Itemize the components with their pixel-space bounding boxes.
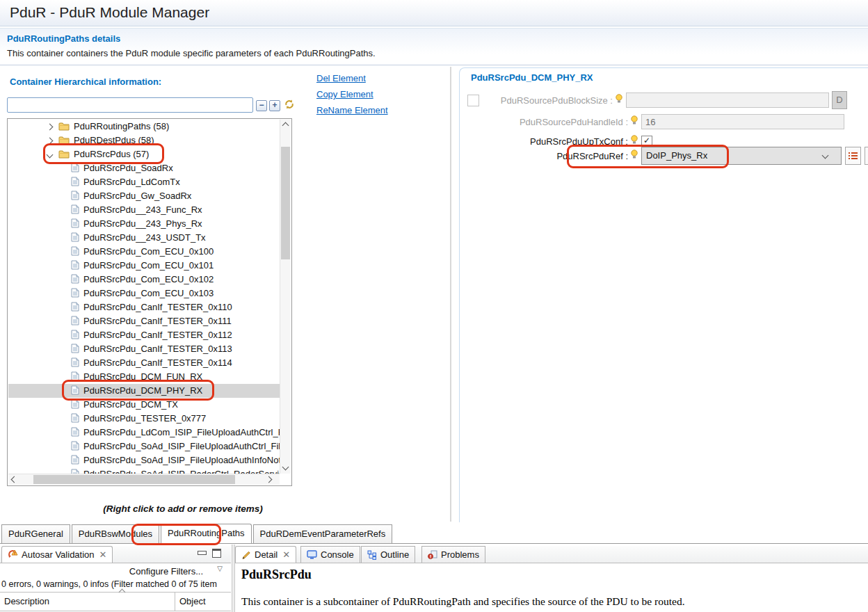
block-size-enable-checkbox[interactable] bbox=[467, 95, 479, 106]
tree-item[interactable]: PduRSrcPdu_SoAd_ISIP_FileUploadAuthCtrl_… bbox=[8, 440, 280, 453]
chevron-down-icon[interactable] bbox=[822, 152, 829, 159]
vertical-scroll-thumb[interactable] bbox=[281, 147, 290, 259]
tab-autosar-validation[interactable]: Autosar Validation ✕ bbox=[1, 546, 113, 563]
add-reference-button[interactable] bbox=[865, 147, 868, 165]
validation-table-header: Description Object bbox=[0, 592, 231, 611]
tree-item-label: PduRDestPdus (58) bbox=[74, 135, 154, 145]
configure-filters-button[interactable]: Configure Filters... bbox=[129, 566, 203, 577]
tree-item[interactable]: PduRDestPdus (58) bbox=[8, 134, 280, 147]
chevron-down-icon[interactable] bbox=[47, 152, 54, 159]
tree-item[interactable]: PduRRoutingPaths (58) bbox=[8, 120, 280, 134]
rename-element-link[interactable]: ReName Element bbox=[316, 105, 388, 115]
tab-pdurroutingpaths[interactable]: PduRRoutingPaths bbox=[161, 524, 252, 543]
tree-item[interactable]: PduRSrcPdu_CanIf_TESTER_0x111 bbox=[8, 314, 280, 328]
tree-item-label: PduRSrcPdu_Com_ECU_0x100 bbox=[83, 246, 214, 257]
tree-horizontal-scrollbar[interactable] bbox=[8, 474, 280, 485]
ref-browse-button[interactable] bbox=[845, 147, 861, 165]
tree-item[interactable]: PduRSrcPdu__243_Func_Rx bbox=[8, 203, 280, 217]
tree-item-label: PduRSrcPdu_DCM_TX bbox=[83, 399, 178, 410]
collapse-all-icon[interactable]: − bbox=[256, 100, 267, 111]
tab-label: Autosar Validation bbox=[22, 549, 95, 560]
del-element-link[interactable]: Del Element bbox=[316, 73, 388, 83]
src-pdu-ref-combobox[interactable]: DoIP_Phys_Rx bbox=[641, 147, 842, 165]
tree-item[interactable]: PduRSrcPdu_DCM_FUN_RX bbox=[8, 370, 280, 384]
tree-item[interactable]: PduRSrcPdu_Com_ECU_0x102 bbox=[8, 273, 280, 287]
tree-item[interactable]: PduRSrcPdu_CanIf_TESTER_0x114 bbox=[8, 356, 280, 370]
close-icon[interactable]: ✕ bbox=[99, 549, 107, 560]
column-description[interactable]: Description bbox=[0, 593, 175, 611]
problems-icon bbox=[428, 550, 437, 560]
horizontal-scroll-thumb[interactable] bbox=[33, 475, 235, 484]
scroll-left-icon[interactable] bbox=[11, 476, 18, 483]
copy-element-link[interactable]: Copy Element bbox=[316, 89, 388, 99]
tree-item-label: PduRSrcPdu_CanIf_TESTER_0x114 bbox=[83, 357, 232, 368]
tree-item[interactable]: PduRSrcPdu_CanIf_TESTER_0x113 bbox=[8, 342, 280, 356]
element-actions: Del Element Copy Element ReName Element bbox=[316, 73, 388, 121]
tab-problems[interactable]: Problems bbox=[421, 546, 485, 563]
panel-divider[interactable] bbox=[450, 67, 451, 522]
bottom-views: Autosar Validation ✕ Configure Filters..… bbox=[0, 545, 868, 612]
scroll-right-icon[interactable] bbox=[266, 476, 273, 483]
chevron-right-icon[interactable] bbox=[47, 138, 54, 145]
tree-item-label: PduRSrcPdu_Com_ECU_0x102 bbox=[83, 274, 214, 284]
tree-item[interactable]: PduRSrcPdu_CanIf_TESTER_0x112 bbox=[8, 328, 280, 342]
tree-item[interactable]: PduRSrcPdus (57) bbox=[8, 147, 280, 161]
view-menu-icon[interactable]: ▽ bbox=[217, 565, 223, 572]
doc-icon bbox=[71, 455, 79, 469]
tree-item[interactable]: PduRSrcPdu_CanIf_TESTER_0x110 bbox=[8, 300, 280, 314]
src-pdu-ref-value: DoIP_Phys_Rx bbox=[646, 150, 707, 161]
tree-item[interactable]: PduRSrcPdu_LdComTx bbox=[8, 175, 280, 189]
pencil-icon bbox=[241, 550, 251, 560]
tree-item-label: PduRSrcPdu_CanIf_TESTER_0x113 bbox=[83, 344, 232, 354]
tab-pdurgeneral[interactable]: PduRGeneral bbox=[1, 524, 70, 543]
tab-detail[interactable]: Detail✕ bbox=[235, 546, 296, 563]
scroll-down-icon[interactable] bbox=[282, 464, 289, 471]
tab-outline[interactable]: Outline bbox=[361, 546, 415, 563]
tree-item[interactable]: PduRSrcPdu_SoAd_ISIP_RaderCtrl_RaderServ… bbox=[8, 467, 280, 474]
list-icon bbox=[849, 152, 858, 160]
tree-search-input[interactable] bbox=[7, 97, 253, 113]
up-tx-conf-checkbox[interactable]: ✓ bbox=[641, 136, 652, 147]
folder-icon bbox=[58, 135, 70, 149]
up-tx-conf-label: PduRSrcPduUpTxConf : bbox=[481, 136, 628, 147]
scroll-up-icon[interactable] bbox=[282, 122, 289, 129]
doc-icon bbox=[71, 260, 79, 274]
chevron-right-icon[interactable] bbox=[47, 124, 54, 131]
close-icon[interactable]: ✕ bbox=[282, 549, 290, 560]
doc-icon bbox=[71, 427, 79, 441]
tree-item[interactable]: PduRSrcPdu_SoAd_ISIP_FileUploadAuthInfoN… bbox=[8, 453, 280, 467]
tree-item[interactable]: PduRSrcPdu_Com_ECU_0x103 bbox=[8, 287, 280, 300]
tree-item-label: PduRSrcPdu_DCM_PHY_RX bbox=[83, 385, 202, 396]
tab-pdurdemeventparameterrefs[interactable]: PduRDemEventParameterRefs bbox=[253, 524, 393, 543]
expand-all-icon[interactable]: + bbox=[269, 100, 280, 111]
refresh-icon[interactable] bbox=[284, 99, 295, 113]
tree-item-label: PduRSrcPdu_DCM_FUN_RX bbox=[83, 371, 202, 382]
maximize-icon[interactable] bbox=[212, 549, 221, 558]
doc-icon bbox=[71, 469, 79, 474]
tree-item[interactable]: PduRSrcPdu_TESTER_0x777 bbox=[8, 412, 280, 426]
tree-item[interactable]: PduRSrcPdu_LdCom_ISIP_FileUploadAuthCtrl… bbox=[8, 426, 280, 440]
tree-item[interactable]: PduRSrcPdu_Gw_SoadRx bbox=[8, 189, 280, 203]
tab-console[interactable]: Console bbox=[300, 546, 360, 563]
tree-item[interactable]: PduRSrcPdu_Com_ECU_0x100 bbox=[8, 245, 280, 259]
block-size-label: PduRSourcePduBlockSize : bbox=[479, 95, 613, 106]
doc-icon bbox=[71, 330, 79, 344]
column-object[interactable]: Object bbox=[175, 593, 231, 611]
validation-tabbar: Autosar Validation ✕ bbox=[0, 546, 231, 563]
tree-item[interactable]: PduRSrcPdu_DCM_PHY_RX bbox=[8, 384, 280, 398]
tree-item[interactable]: PduRSrcPdu_DCM_TX bbox=[8, 398, 280, 412]
tree-item[interactable]: PduRSrcPdu_SoadRx bbox=[8, 161, 280, 175]
tree-item[interactable]: PduRSrcPdu_Com_ECU_0x101 bbox=[8, 259, 280, 273]
default-value-button[interactable]: D bbox=[832, 91, 847, 109]
handle-id-input[interactable] bbox=[641, 114, 844, 129]
block-size-input[interactable] bbox=[626, 92, 829, 108]
tree-item-label: PduRSrcPdu_SoAd_ISIP_FileUploadAuthInfoN… bbox=[83, 455, 280, 465]
tree-vertical-scrollbar[interactable] bbox=[280, 120, 291, 474]
tree-item-label: PduRSrcPdu_CanIf_TESTER_0x110 bbox=[83, 302, 232, 312]
minimize-icon[interactable] bbox=[198, 551, 207, 555]
tree-item[interactable]: PduRSrcPdu__243_Phys_Rx bbox=[8, 217, 280, 231]
tree-item[interactable]: PduRSrcPdu__243_USDT_Tx bbox=[8, 231, 280, 245]
bulb-icon bbox=[631, 150, 638, 162]
tab-pdurbswmodules[interactable]: PduRBswModules bbox=[72, 524, 159, 543]
tree-item-label: PduRSrcPdu_CanIf_TESTER_0x111 bbox=[83, 316, 232, 326]
